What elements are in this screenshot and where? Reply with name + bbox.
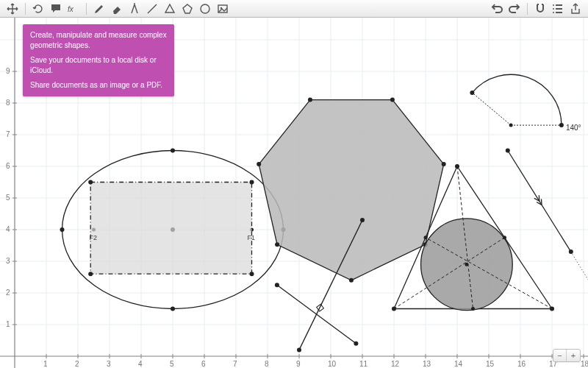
zoom-control: − + xyxy=(553,349,581,362)
eraser-tool[interactable] xyxy=(109,1,125,16)
y-axis-label: 8 xyxy=(6,99,10,107)
y-axis-label: 5 xyxy=(6,194,10,202)
svg-point-111 xyxy=(471,307,475,311)
y-axis-label: 2 xyxy=(6,289,10,297)
x-axis-label: 16 xyxy=(517,360,526,368)
x-axis-label: 14 xyxy=(454,360,462,368)
x-axis-label: 1 xyxy=(43,360,48,368)
svg-point-4 xyxy=(553,4,554,6)
undo-button[interactable] xyxy=(489,1,505,16)
x-axis-label: 4 xyxy=(138,360,143,368)
line-tool[interactable] xyxy=(144,1,160,16)
svg-line-90 xyxy=(472,93,511,125)
canvas[interactable]: Create, manipulate and measure complex g… xyxy=(0,18,588,368)
separator xyxy=(527,3,528,15)
x-axis-label: 3 xyxy=(107,360,111,368)
svg-point-72 xyxy=(60,227,65,232)
svg-point-98 xyxy=(297,347,301,352)
svg-point-116 xyxy=(569,250,573,254)
svg-point-86 xyxy=(308,98,312,102)
svg-rect-76 xyxy=(90,183,251,275)
y-axis-label: 3 xyxy=(6,257,10,265)
svg-point-6 xyxy=(553,12,554,13)
svg-point-99 xyxy=(360,218,365,222)
move-tool[interactable] xyxy=(4,1,21,16)
info-line-2: Save your documents to a local disk or i… xyxy=(30,55,167,76)
svg-point-78 xyxy=(250,272,254,276)
svg-point-110 xyxy=(424,236,428,239)
function-tool[interactable]: fx xyxy=(65,1,82,16)
svg-point-91 xyxy=(509,124,513,127)
svg-point-1 xyxy=(201,4,209,13)
svg-point-69 xyxy=(171,149,175,153)
x-axis-label: 10 xyxy=(328,360,336,368)
svg-point-87 xyxy=(257,162,261,166)
svg-point-80 xyxy=(250,180,254,185)
x-axis-label: 7 xyxy=(233,360,237,368)
focus-label-f1: F1 xyxy=(248,234,256,241)
svg-point-88 xyxy=(275,242,279,247)
y-axis-label: 7 xyxy=(6,130,10,138)
svg-point-97 xyxy=(354,342,358,346)
separator xyxy=(86,3,87,15)
zoom-out-button[interactable]: − xyxy=(553,350,567,361)
svg-point-109 xyxy=(503,236,506,239)
svg-point-93 xyxy=(470,91,474,95)
y-axis-label: 9 xyxy=(6,67,10,75)
x-axis-label: 15 xyxy=(486,360,494,368)
svg-point-92 xyxy=(559,123,564,127)
comment-tool[interactable] xyxy=(48,1,64,16)
y-axis-label: 6 xyxy=(6,162,10,170)
x-axis-label: 2 xyxy=(75,360,79,368)
svg-text:fx: fx xyxy=(68,5,74,13)
circle-tool[interactable] xyxy=(197,1,213,16)
polygon-tool[interactable] xyxy=(179,1,196,16)
redo-button[interactable] xyxy=(506,1,523,16)
x-axis-label: 18 xyxy=(581,360,588,368)
info-line-3: Share documents as an image or a PDF. xyxy=(30,80,167,91)
share-button[interactable] xyxy=(567,1,584,16)
toolbar: fx xyxy=(0,0,588,18)
y-axis-label: 4 xyxy=(6,225,10,233)
image-tool[interactable] xyxy=(215,1,231,16)
x-axis-label: 11 xyxy=(359,360,368,368)
svg-point-77 xyxy=(88,272,93,276)
svg-point-5 xyxy=(553,8,554,10)
info-line-1: Create, manipulate and measure complex g… xyxy=(30,30,167,51)
snap-button[interactable] xyxy=(532,1,548,16)
focus-label-f2: F2 xyxy=(90,234,98,241)
y-axis-label: 1 xyxy=(6,320,10,328)
angle-label: 140° xyxy=(566,124,581,132)
svg-point-96 xyxy=(275,283,279,287)
svg-point-84 xyxy=(442,162,446,166)
zoom-in-button[interactable]: + xyxy=(567,350,580,361)
svg-line-114 xyxy=(571,252,588,293)
separator xyxy=(25,3,26,15)
x-axis-label: 8 xyxy=(265,360,269,368)
svg-point-82 xyxy=(349,278,354,283)
x-axis-label: 6 xyxy=(201,360,206,368)
list-button[interactable] xyxy=(550,1,566,16)
svg-point-85 xyxy=(390,98,395,102)
refresh-tool[interactable] xyxy=(30,1,46,16)
info-callout: Create, manipulate and measure complex g… xyxy=(23,24,174,96)
svg-marker-81 xyxy=(259,100,444,280)
x-axis-label: 12 xyxy=(391,360,399,368)
svg-point-115 xyxy=(506,149,510,153)
compass-tool[interactable] xyxy=(126,1,143,16)
triangle-tool[interactable] xyxy=(162,1,178,16)
svg-point-70 xyxy=(171,307,175,311)
svg-point-112 xyxy=(465,263,468,266)
svg-point-79 xyxy=(88,180,93,185)
x-axis-label: 5 xyxy=(170,360,174,368)
x-axis-label: 13 xyxy=(423,360,431,368)
pencil-tool[interactable] xyxy=(91,1,107,16)
x-axis-label: 9 xyxy=(296,360,301,368)
